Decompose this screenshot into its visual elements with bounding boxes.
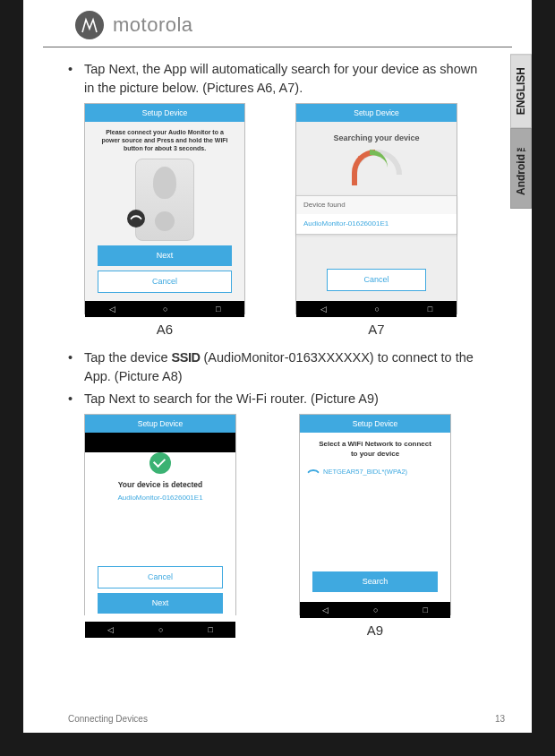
next-button[interactable]: Next: [98, 593, 223, 614]
app-titlebar: Setup Device: [296, 104, 457, 122]
tab-english[interactable]: ENGLISH: [510, 54, 532, 128]
device-illustration-icon: [135, 159, 194, 241]
select-wifi-text: Select a WiFi Network to connect to your…: [300, 433, 450, 464]
footer-section: Connecting Devices: [68, 714, 148, 724]
button-row: Cancel: [296, 269, 457, 296]
phone-screenshot-a8: Setup Device Your device is detected Aud…: [84, 414, 236, 615]
cancel-button[interactable]: Cancel: [98, 566, 223, 588]
android-navbar: ◁ ○ □: [300, 602, 450, 618]
figure-a7: Setup Device Searching your device Devic…: [295, 103, 457, 339]
caption-a7: A7: [368, 320, 384, 339]
wifi-network-item[interactable]: NETGEAR57_BIDL*(WPA2): [300, 464, 450, 481]
bullet-3-text: Tap Next to search for the Wi-Fi router.…: [84, 390, 379, 408]
device-name-item[interactable]: AudioMonitor-01626001E1: [296, 214, 457, 234]
android-navbar: ◁ ○ □: [296, 301, 457, 317]
search-button[interactable]: Search: [312, 571, 438, 592]
next-button[interactable]: Next: [98, 245, 232, 266]
device-name: AudioMonitor-01626001E1: [85, 493, 235, 503]
button-row: Cancel Next: [85, 566, 235, 618]
caption-a6: A6: [157, 320, 173, 339]
app-titlebar: Setup Device: [85, 104, 244, 122]
figure-row-2: Setup Device Your device is detected Aud…: [84, 414, 487, 640]
back-icon[interactable]: ◁: [320, 304, 327, 315]
wifi-icon: [127, 210, 145, 228]
button-row: Search: [300, 571, 450, 597]
button-row: Next Cancel: [85, 245, 244, 297]
cancel-button[interactable]: Cancel: [327, 269, 426, 291]
figure-a9: Setup Device Select a WiFi Network to co…: [299, 414, 451, 640]
recent-icon[interactable]: □: [209, 624, 213, 636]
ssid-label: SSID: [172, 350, 201, 365]
bullet-1-text: Tap Next, the App will automatically sea…: [84, 60, 487, 98]
bullet-2-text: Tap the device SSID (AudioMonitor-0163XX…: [84, 348, 487, 386]
caption-a9: A9: [367, 621, 383, 640]
tab-android[interactable]: Android™: [510, 128, 532, 209]
bullet-3: • Tap Next to search for the Wi-Fi route…: [68, 390, 487, 408]
manual-page: motorola • Tap Next, the App will automa…: [23, 0, 532, 733]
device-found-popup: Device found AudioMonitor-01626001E1: [296, 195, 457, 234]
recent-icon[interactable]: □: [428, 304, 432, 315]
progress-arc-icon: [352, 150, 402, 175]
screen-body: Please connect your Audio Monitor to a p…: [85, 122, 244, 301]
page-content: • Tap Next, the App will automatically s…: [23, 47, 532, 640]
screen-body: Your device is detected AudioMonitor-016…: [85, 452, 235, 622]
instruction-text: Please connect your Audio Monitor to a p…: [85, 122, 244, 156]
network-name: NETGEAR57_BIDL*(WPA2): [323, 468, 407, 477]
phone-screenshot-a6: Setup Device Please connect your Audio M…: [84, 103, 245, 314]
searching-text: Searching your device: [296, 122, 457, 150]
home-icon[interactable]: ○: [373, 605, 378, 616]
figure-a8: Setup Device Your device is detected Aud…: [84, 414, 236, 640]
page-footer: Connecting Devices 13: [68, 714, 505, 724]
page-header: motorola: [43, 0, 512, 47]
phone-screenshot-a7: Setup Device Searching your device Devic…: [295, 103, 457, 314]
checkmark-icon: [149, 452, 171, 474]
popup-header: Device found: [296, 196, 457, 214]
bullet-icon: •: [68, 390, 84, 408]
recent-icon[interactable]: □: [423, 605, 428, 616]
screen-body: Select a WiFi Network to connect to your…: [300, 433, 450, 602]
bullet-2: • Tap the device SSID (AudioMonitor-0163…: [68, 348, 487, 386]
android-navbar: ◁ ○ □: [85, 622, 235, 638]
figure-row-1: Setup Device Please connect your Audio M…: [84, 103, 487, 339]
wifi-icon: [309, 468, 318, 477]
figure-a6: Setup Device Please connect your Audio M…: [84, 103, 245, 339]
home-icon[interactable]: ○: [375, 304, 380, 315]
recent-icon[interactable]: □: [216, 304, 220, 315]
back-icon[interactable]: ◁: [109, 304, 115, 315]
bullet-1: • Tap Next, the App will automatically s…: [68, 60, 487, 98]
brand-text: motorola: [113, 13, 193, 37]
footer-page-number: 13: [495, 714, 505, 724]
motorola-logo-icon: [75, 11, 104, 39]
android-navbar: ◁ ○ □: [85, 301, 244, 317]
phone-screenshot-a9: Setup Device Select a WiFi Network to co…: [299, 414, 451, 615]
back-icon[interactable]: ◁: [322, 605, 329, 616]
screen-body: Searching your device Device found Audio…: [296, 122, 457, 301]
home-icon[interactable]: ○: [158, 624, 163, 636]
cancel-button[interactable]: Cancel: [98, 271, 232, 293]
back-icon[interactable]: ◁: [107, 624, 114, 636]
app-titlebar: Setup Device: [300, 415, 450, 433]
home-icon[interactable]: ○: [163, 304, 167, 315]
side-tabs: ENGLISH Android™: [510, 54, 532, 209]
detected-text: Your device is detected: [85, 479, 235, 490]
bullet-icon: •: [68, 60, 84, 98]
app-titlebar: Setup Device: [85, 415, 235, 433]
bullet-icon: •: [68, 348, 84, 386]
